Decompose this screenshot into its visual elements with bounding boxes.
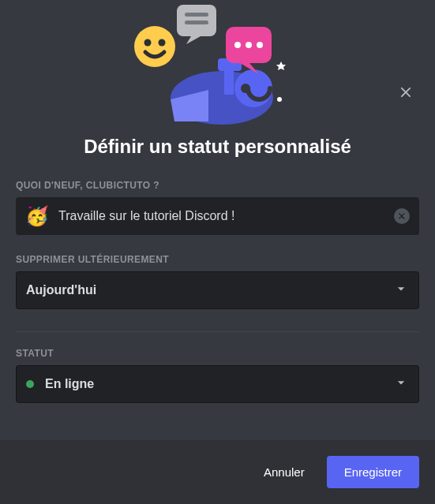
- presence-select[interactable]: En ligne: [16, 365, 419, 403]
- clear-status-button[interactable]: [394, 208, 410, 224]
- presence-value: En ligne: [45, 377, 94, 391]
- svg-point-15: [277, 97, 282, 102]
- custom-status-modal: Définir un statut personnalisé QUOI D'NE…: [0, 0, 435, 504]
- activity-label: QUOI D'NEUF, CLUBICTUTO ?: [16, 180, 419, 191]
- svg-point-1: [234, 69, 272, 107]
- emoji-picker-button[interactable]: 🥳: [25, 207, 49, 226]
- svg-point-6: [144, 39, 151, 47]
- modal-header: Définir un statut personnalisé: [0, 0, 435, 174]
- close-icon: [397, 84, 414, 101]
- svg-point-5: [134, 26, 175, 67]
- status-input-row: 🥳: [16, 197, 419, 235]
- svg-point-13: [246, 42, 252, 48]
- clear-after-value: Aujourd'hui: [26, 283, 96, 297]
- cancel-button[interactable]: Annuler: [261, 457, 308, 487]
- chevron-down-icon: [393, 281, 409, 300]
- status-text-input[interactable]: [58, 209, 394, 223]
- save-button[interactable]: Enregistrer: [327, 456, 419, 488]
- svg-point-2: [241, 84, 250, 93]
- divider: [16, 331, 419, 332]
- close-icon: [397, 211, 407, 221]
- svg-point-7: [158, 39, 165, 47]
- clear-after-select[interactable]: Aujourd'hui: [16, 271, 419, 309]
- svg-rect-4: [224, 71, 234, 95]
- modal-footer: Annuler Enregistrer: [0, 440, 435, 504]
- svg-point-12: [234, 42, 241, 48]
- chevron-down-icon: [393, 375, 409, 394]
- svg-point-14: [257, 42, 263, 48]
- status-label: STATUT: [16, 348, 419, 359]
- modal-content: QUOI D'NEUF, CLUBICTUTO ? 🥳 SUPPRIMER UL…: [0, 174, 435, 440]
- clear-after-label: SUPPRIMER ULTÉRIEUREMENT: [16, 254, 419, 265]
- close-button[interactable]: [397, 84, 414, 104]
- status-illustration: [0, 3, 435, 125]
- modal-title: Définir un statut personnalisé: [0, 136, 435, 158]
- svg-rect-9: [185, 13, 208, 17]
- online-status-dot: [26, 380, 34, 388]
- svg-rect-10: [185, 21, 208, 24]
